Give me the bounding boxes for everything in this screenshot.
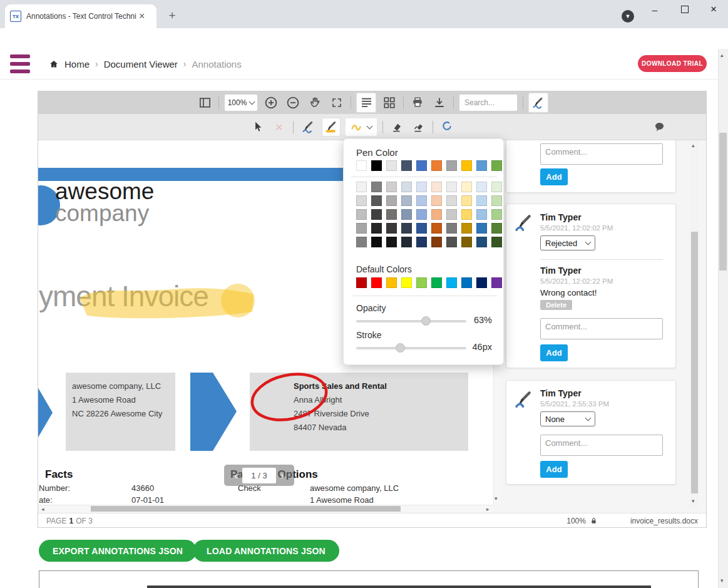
pen-tint-color-swatch[interactable] xyxy=(401,195,412,206)
pen-tint-color-swatch[interactable] xyxy=(416,223,427,234)
pen-tint-color-swatch[interactable] xyxy=(431,209,442,220)
scroll-down-icon[interactable]: ▾ xyxy=(692,498,695,504)
add-comment-button[interactable]: Add xyxy=(540,344,568,361)
browser-tab[interactable]: TX Annotations - Text Control Techni × xyxy=(5,4,156,28)
single-page-view-icon[interactable] xyxy=(357,93,376,112)
comment-input[interactable] xyxy=(540,318,663,339)
status-select[interactable]: Rejected xyxy=(540,235,595,250)
page-scrollbar[interactable] xyxy=(718,49,728,588)
delete-comment-button[interactable]: Delete xyxy=(540,300,572,310)
pen-tint-color-swatch[interactable] xyxy=(371,237,382,247)
window-maximize-button[interactable] xyxy=(675,1,694,18)
eraser-icon[interactable] xyxy=(389,119,405,135)
search-input[interactable] xyxy=(459,95,517,111)
pen-tint-color-swatch[interactable] xyxy=(476,195,487,206)
pen-tint-color-swatch[interactable] xyxy=(386,223,397,234)
breadcrumb-document-viewer[interactable]: Document Viewer xyxy=(104,59,178,70)
pen-tint-color-swatch[interactable] xyxy=(416,209,427,220)
pen-tint-color-swatch[interactable] xyxy=(431,237,442,247)
pen-tint-color-swatch[interactable] xyxy=(491,237,502,247)
print-icon[interactable] xyxy=(409,95,426,111)
bottom-scrollbar-thumb[interactable] xyxy=(147,585,651,588)
pen-style-dropdown[interactable] xyxy=(346,118,377,136)
delete-annotation-icon[interactable]: × xyxy=(271,119,287,135)
pen-tint-color-swatch[interactable] xyxy=(416,182,427,192)
pen-tint-color-swatch[interactable] xyxy=(461,237,472,247)
browser-update-icon[interactable]: ▼ xyxy=(622,10,634,23)
pen-tint-color-swatch[interactable] xyxy=(446,209,457,220)
pen-tint-color-swatch[interactable] xyxy=(371,223,382,234)
pen-tint-color-swatch[interactable] xyxy=(356,237,367,247)
comment-bubble-icon[interactable] xyxy=(654,121,665,132)
hamburger-menu-icon[interactable] xyxy=(10,54,30,73)
download-trial-button[interactable]: DOWNLOAD TRIAL xyxy=(638,55,707,72)
pen-tint-color-swatch[interactable] xyxy=(446,182,457,192)
sidebar-toggle-icon[interactable] xyxy=(197,95,213,111)
page-scrollbar-thumb[interactable] xyxy=(719,133,727,271)
add-comment-button[interactable]: Add xyxy=(540,168,568,185)
pen-tint-color-swatch[interactable] xyxy=(416,195,427,206)
pen-default-color-swatch[interactable] xyxy=(491,277,502,288)
pen-theme-color-swatch[interactable] xyxy=(371,160,382,171)
signature-draw-icon[interactable] xyxy=(299,118,317,136)
pen-theme-color-swatch[interactable] xyxy=(491,160,502,171)
pen-theme-color-swatch[interactable] xyxy=(356,160,367,171)
pen-default-color-swatch[interactable] xyxy=(386,277,397,288)
scroll-up-icon[interactable]: ▴ xyxy=(692,143,695,148)
stroke-slider-thumb[interactable] xyxy=(396,343,405,353)
pen-tint-color-swatch[interactable] xyxy=(476,209,487,220)
zoom-dropdown[interactable]: 100% xyxy=(225,95,257,111)
pen-tint-color-swatch[interactable] xyxy=(491,223,502,234)
load-annotations-button[interactable]: LOAD ANNOTATIONS JSON xyxy=(193,540,339,562)
pen-tint-color-swatch[interactable] xyxy=(371,209,382,220)
pen-tint-color-swatch[interactable] xyxy=(476,237,487,247)
comment-input[interactable] xyxy=(540,143,663,165)
new-tab-button[interactable]: + xyxy=(164,8,180,24)
pen-default-color-swatch[interactable] xyxy=(401,277,412,288)
pen-tint-color-swatch[interactable] xyxy=(446,237,457,247)
pen-tint-color-swatch[interactable] xyxy=(461,182,472,192)
opacity-slider-thumb[interactable] xyxy=(421,316,431,326)
pen-tint-color-swatch[interactable] xyxy=(431,182,442,192)
pen-default-color-swatch[interactable] xyxy=(371,277,382,288)
pen-tint-color-swatch[interactable] xyxy=(356,209,367,220)
download-icon[interactable] xyxy=(431,95,448,111)
zoom-in-icon[interactable] xyxy=(263,95,279,111)
pen-tint-color-swatch[interactable] xyxy=(371,182,382,192)
export-annotations-button[interactable]: EXPORT ANNOTATIONS JSON xyxy=(39,540,197,562)
pen-tint-color-swatch[interactable] xyxy=(386,195,397,206)
pen-tint-color-swatch[interactable] xyxy=(371,195,382,206)
pen-tint-color-swatch[interactable] xyxy=(416,237,427,247)
pen-default-color-swatch[interactable] xyxy=(356,277,367,288)
scroll-up-icon[interactable]: ▴ xyxy=(720,53,724,58)
pen-theme-color-swatch[interactable] xyxy=(401,160,412,171)
comments-scrollbar-thumb[interactable] xyxy=(691,232,698,493)
zoom-out-icon[interactable] xyxy=(285,95,301,111)
select-cursor-icon[interactable] xyxy=(249,119,265,135)
tab-close-icon[interactable]: × xyxy=(139,12,145,21)
pen-tint-color-swatch[interactable] xyxy=(491,182,502,192)
status-select[interactable]: None xyxy=(540,411,595,426)
breadcrumb-home[interactable]: Home xyxy=(64,59,90,70)
pen-tint-color-swatch[interactable] xyxy=(386,182,397,192)
pan-hand-icon[interactable] xyxy=(307,95,323,111)
highlight-annotation[interactable] xyxy=(72,266,260,328)
scroll-left-icon[interactable]: ◂ xyxy=(41,507,44,512)
pen-tint-color-swatch[interactable] xyxy=(401,223,412,234)
scroll-right-icon[interactable]: ▸ xyxy=(486,507,490,512)
highlighter-pen-icon[interactable] xyxy=(322,118,340,136)
pen-default-color-swatch[interactable] xyxy=(461,277,472,288)
pen-tint-color-swatch[interactable] xyxy=(476,223,487,234)
pen-tint-color-swatch[interactable] xyxy=(401,209,412,220)
comment-input[interactable] xyxy=(540,435,663,456)
page-navigation-overlay[interactable]: ‹ 1 / 3 › xyxy=(224,465,294,486)
pen-theme-color-swatch[interactable] xyxy=(461,160,472,171)
pen-tint-color-swatch[interactable] xyxy=(356,223,367,234)
multi-page-view-icon[interactable] xyxy=(381,95,397,111)
pen-tint-color-swatch[interactable] xyxy=(386,237,397,247)
previous-page-icon[interactable]: ‹ xyxy=(234,470,238,481)
pen-tint-color-swatch[interactable] xyxy=(461,223,472,234)
pen-theme-color-swatch[interactable] xyxy=(431,160,442,171)
pen-tint-color-swatch[interactable] xyxy=(491,195,502,206)
pen-tint-color-swatch[interactable] xyxy=(401,237,412,247)
